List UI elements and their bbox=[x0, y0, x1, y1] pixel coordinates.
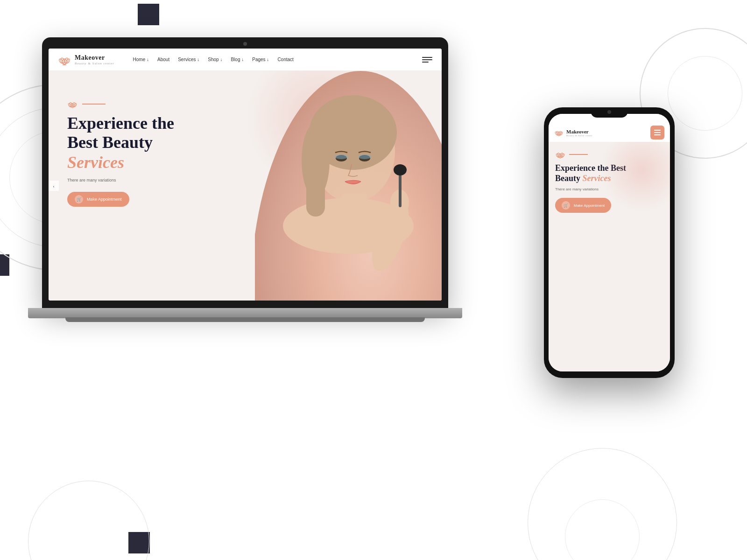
hero-lotus-icon bbox=[67, 99, 174, 109]
phone-notch bbox=[591, 107, 628, 118]
laptop-logo-text: Makeover Beauty & Salon center bbox=[75, 54, 114, 65]
laptop-logo: Makeover Beauty & Salon center bbox=[58, 53, 114, 66]
laptop-hero-btn-label: Make Appointment bbox=[87, 197, 122, 202]
nav-link-pages[interactable]: Pages ↓ bbox=[252, 57, 269, 62]
phone-nav: Makeover Beauty & Salon center bbox=[549, 114, 670, 142]
nav-link-about[interactable]: About bbox=[157, 57, 169, 62]
hero-model-svg bbox=[255, 86, 442, 301]
phone-hero-btn-icon: 🛒 bbox=[562, 201, 570, 210]
laptop-hero-btn-icon: 🛒 bbox=[75, 195, 83, 203]
phone-logo: Makeover Beauty & Salon center bbox=[554, 128, 650, 137]
laptop-hero-btn[interactable]: 🛒 Make Appointment bbox=[67, 192, 129, 207]
nav-link-home[interactable]: Home ↓ bbox=[133, 57, 149, 62]
laptop-nav-links: Home ↓ About Services ↓ Shop ↓ Blog ↓ Pa… bbox=[133, 57, 422, 62]
laptop-nav: Makeover Beauty & Salon center Home ↓ Ab… bbox=[49, 49, 442, 71]
phone-hero: Experience the BestBeauty Services There… bbox=[549, 142, 670, 371]
laptop-hero-subtitle: There are many variations bbox=[67, 178, 174, 182]
nav-link-services[interactable]: Services ↓ bbox=[178, 57, 199, 62]
phone-pink-blur bbox=[600, 142, 670, 212]
svg-point-20 bbox=[335, 154, 348, 159]
deco-square-1 bbox=[138, 4, 159, 25]
phone-camera bbox=[607, 110, 611, 114]
phone-screen: Makeover Beauty & Salon center bbox=[549, 114, 670, 371]
phone-hero-btn[interactable]: 🛒 Make Appointment bbox=[555, 198, 611, 213]
laptop-camera bbox=[243, 42, 247, 46]
laptop-screen: Makeover Beauty & Salon center Home ↓ Ab… bbox=[49, 49, 442, 301]
svg-point-25 bbox=[394, 164, 407, 175]
hero-prev-arrow[interactable]: ‹ bbox=[49, 181, 59, 191]
deco-square-2 bbox=[128, 532, 150, 553]
laptop-hamburger[interactable] bbox=[422, 57, 432, 63]
laptop-hero-content: Experience theBest Beauty Services There… bbox=[67, 99, 174, 207]
laptop-hero-title-line1: Experience theBest Beauty bbox=[67, 114, 174, 153]
bg-circle-right-inner bbox=[668, 56, 742, 131]
laptop-bezel: Makeover Beauty & Salon center Home ↓ Ab… bbox=[42, 37, 448, 308]
laptop-foot bbox=[65, 317, 425, 322]
phone-logo-icon bbox=[554, 128, 564, 137]
nav-link-shop[interactable]: Shop ↓ bbox=[208, 57, 222, 62]
bg-circle-bottom-right-outer bbox=[528, 448, 677, 560]
nav-link-contact[interactable]: Contact bbox=[277, 57, 293, 62]
laptop-hero: ‹ Experience theBest Beauty bbox=[49, 71, 442, 301]
phone-brand-sub: Beauty & Salon center bbox=[566, 134, 592, 137]
phone-brand-name: Makeover bbox=[566, 129, 592, 134]
laptop-brand-sub: Beauty & Salon center bbox=[75, 62, 114, 65]
phone-menu-btn[interactable] bbox=[650, 126, 664, 140]
laptop-brand-name: Makeover bbox=[75, 54, 114, 62]
laptop-hero-title-pink: Services bbox=[67, 153, 174, 172]
svg-point-21 bbox=[358, 154, 371, 159]
phone-bezel: Makeover Beauty & Salon center bbox=[544, 107, 675, 378]
phone-device: Makeover Beauty & Salon center bbox=[544, 107, 675, 378]
laptop-hero-model bbox=[255, 71, 442, 301]
deco-square-3 bbox=[0, 254, 9, 276]
laptop-base bbox=[28, 308, 462, 318]
laptop-device: Makeover Beauty & Salon center Home ↓ Ab… bbox=[42, 37, 462, 387]
phone-hero-btn-label: Make Appointment bbox=[574, 203, 605, 208]
laptop-logo-icon bbox=[58, 53, 71, 66]
bg-circle-bottom-right-inner bbox=[565, 499, 640, 560]
svg-rect-17 bbox=[306, 151, 325, 217]
phone-logo-text: Makeover Beauty & Salon center bbox=[566, 129, 592, 137]
nav-link-blog[interactable]: Blog ↓ bbox=[231, 57, 244, 62]
